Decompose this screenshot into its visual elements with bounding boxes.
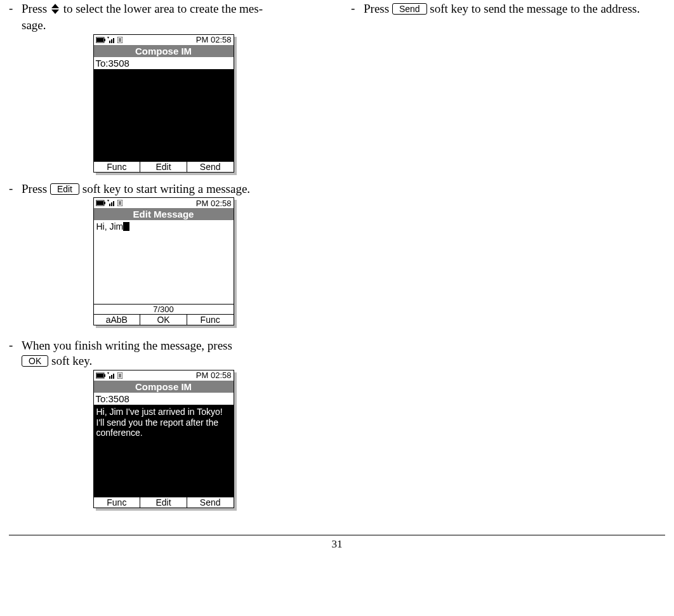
doc-icon [117,372,122,379]
svg-rect-3 [104,39,105,41]
svg-rect-8 [113,38,114,43]
page: - Press to select the lower area to crea… [0,0,674,551]
svg-marker-27 [107,372,109,374]
battery-icon [96,372,106,379]
statusbar: PM 02:58 [94,35,234,45]
phone3-wrap: PM 02:58 Compose IM To:3508 Hi, Jim I've… [9,369,323,517]
status-time: PM 02:58 [196,370,232,380]
svg-marker-5 [107,37,109,39]
softkey-right[interactable]: Send [187,162,234,172]
message-body[interactable] [94,70,234,161]
status-time: PM 02:58 [196,199,232,208]
svg-marker-0 [51,4,59,8]
screen-title: Compose IM [94,381,234,393]
to-field[interactable]: To:3508 [94,57,234,70]
step3-line1: When you finish writing the message, pre… [22,339,232,352]
left-column: - Press to select the lower area to crea… [9,1,323,517]
svg-rect-7 [111,39,112,43]
phone1: PM 02:58 Compose IM To:3508 Func Edit Se… [93,34,234,173]
signal-icon [107,372,116,379]
svg-rect-14 [104,202,105,204]
r-line2: address. [600,2,640,15]
status-icons [96,200,122,206]
step2-text: Press Edit soft key to start writing a m… [22,181,323,197]
right-step1: - Press Send soft key to send the messag… [351,1,665,16]
step1-text: Press to select the lower area to create… [22,1,323,33]
phone2: PM 02:58 Edit Message Hi, Jim 7/300 aAbB… [93,197,234,325]
svg-rect-17 [109,204,110,206]
edit-key-label: Edit [50,183,79,195]
softkey-right[interactable]: Send [187,497,234,508]
softkey-mid[interactable]: Edit [140,162,187,172]
softkey-left[interactable]: Func [94,162,141,172]
page-number: 31 [332,538,343,550]
svg-rect-15 [96,201,103,205]
phone3: PM 02:58 Compose IM To:3508 Hi, Jim I've… [93,370,234,508]
softkey-mid[interactable]: OK [140,315,187,325]
screen-title: Compose IM [94,45,234,57]
status-icons [96,372,122,379]
char-counter: 7/300 [94,305,234,314]
to-field[interactable]: To:3508 [94,393,234,405]
battery-icon [96,37,106,43]
right-step1-text: Press Send soft key to send the message … [364,1,665,16]
bullet-dash: - [9,338,22,369]
softkeys: Func Edit Send [94,161,234,172]
step1-line2: sage. [22,18,46,32]
svg-rect-29 [111,375,112,379]
doc-icon [117,37,122,43]
right-column: - Press Send soft key to send the messag… [351,1,665,517]
statusbar: PM 02:58 [94,370,234,381]
step3-suffix: soft key. [48,354,92,367]
step3: - When you finish writing the message, p… [9,338,323,369]
step1-prefix: Press [22,2,50,15]
svg-rect-26 [96,374,103,377]
bullet-dash: - [351,1,364,16]
ok-key-label: OK [22,355,48,367]
svg-rect-6 [109,41,110,43]
bullet-dash: - [9,1,22,33]
battery-icon [96,200,106,206]
step1-hyph: - [259,2,263,15]
svg-rect-18 [111,202,112,206]
message-body[interactable]: Hi, Jim [94,220,234,305]
status-icons [96,37,122,43]
softkey-left[interactable]: aAbB [94,315,141,325]
send-key-label: Send [392,3,427,15]
softkeys: Func Edit Send [94,497,234,508]
r-prefix: Press [364,2,392,15]
svg-rect-4 [96,38,103,42]
step1-suffix-a: to select the lower area to create the m… [60,2,259,15]
phone2-wrap: PM 02:58 Edit Message Hi, Jim 7/300 aAbB… [9,196,323,334]
step3-text: When you finish writing the message, pre… [22,338,323,369]
message-body[interactable]: Hi, Jim I've just arrived in Tokyo! I'll… [94,405,234,497]
softkey-left[interactable]: Func [94,497,141,508]
nav-up-down-icon [50,3,60,18]
step2-prefix: Press [22,182,50,195]
svg-rect-30 [113,374,114,379]
svg-rect-28 [109,376,110,379]
bullet-dash: - [9,181,22,197]
svg-marker-1 [51,10,59,14]
page-footer: 31 [9,535,665,551]
phone1-wrap: PM 02:58 Compose IM To:3508 Func Edit Se… [9,33,323,181]
signal-icon [107,37,116,43]
statusbar: PM 02:58 [94,198,234,208]
status-time: PM 02:58 [196,35,232,44]
softkeys: aAbB OK Func [94,314,234,325]
signal-icon [107,200,116,206]
step2-suffix: soft key to start writing a message. [79,182,250,195]
r-suffix: soft key to send the message to the [427,2,598,15]
step2: - Press Edit soft key to start writing a… [9,181,323,197]
body-text: Hi, Jim [96,221,124,232]
softkey-mid[interactable]: Edit [140,497,187,508]
softkey-right[interactable]: Func [187,315,234,325]
screen-title: Edit Message [94,208,234,220]
svg-marker-16 [107,200,109,202]
step1: - Press to select the lower area to crea… [9,1,323,33]
svg-rect-19 [113,201,114,206]
text-cursor-icon [123,222,129,231]
svg-rect-25 [104,374,105,377]
doc-icon [117,200,122,206]
